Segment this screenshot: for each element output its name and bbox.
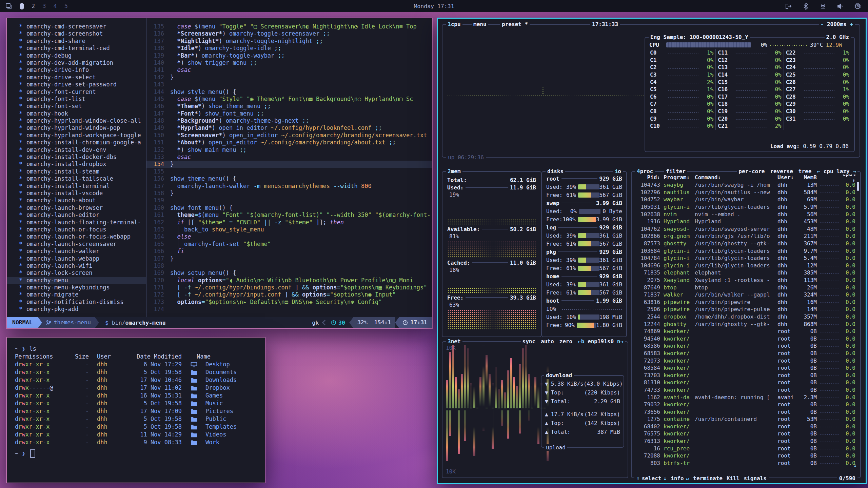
code-line[interactable]: 167} [146, 255, 432, 262]
menu-button[interactable]: menu [472, 21, 488, 27]
process-row[interactable]: 87649btopbtopdhh26M0.0 [632, 284, 860, 291]
process-row[interactable]: 2544dropbox/home/dhh/.dropbox-distdhh357… [632, 313, 860, 321]
file-list-item[interactable]: *omarchy-cmd-screenshot [7, 30, 146, 37]
code-line[interactable]: 144show_style_menu() { [146, 88, 432, 96]
process-row[interactable]: 1275containe/usr/bin/containerdroot53M0.… [632, 415, 860, 423]
file-list-item[interactable]: *omarchy-install-dev-env [7, 146, 146, 154]
process-row[interactable]: 68584kworker/root0B0.0 [632, 364, 860, 372]
process-row[interactable]: 71837walker/usr/bin/walker --gappldhh324… [632, 291, 860, 299]
code-line[interactable]: 163 back_to show_style_menu [146, 226, 432, 233]
process-row[interactable]: 105031glycin-i/usr/lib/glycin-loadersdhh… [632, 203, 860, 211]
file-list-item[interactable]: *omarchy-install-chromium-google-a [7, 139, 146, 146]
reverse-toggle[interactable]: reverse [770, 168, 793, 175]
file-list-item[interactable]: *omarchy-drive-select [7, 74, 146, 81]
process-row[interactable]: 72073kworker/root0B0.0 [632, 357, 860, 364]
file-list-item[interactable]: *omarchy-launch-webapp [7, 255, 146, 262]
code-line[interactable]: 146 *Theme*) show_theme_menu ;; [146, 103, 432, 110]
file-list-item[interactable]: *omarchy-font-set [7, 103, 146, 110]
process-row[interactable]: 2506pipewire/usr/bin/pipewire-pulsedhh14… [632, 306, 860, 313]
proc-scrollbar[interactable] [857, 182, 859, 191]
terminal-cursor[interactable] [30, 449, 35, 458]
process-row[interactable]: 68583kworker/root0B0.0 [632, 350, 860, 357]
process-row[interactable]: 73656kworker/root0B0.0 [632, 408, 860, 415]
file-list-item[interactable]: *omarchy-font-list [7, 96, 146, 103]
workspace-2[interactable]: 2 [32, 3, 35, 9]
workspace-5[interactable]: 5 [64, 3, 68, 9]
code-line[interactable]: 159 [146, 197, 432, 204]
process-row[interactable]: 68402kworker/root0B0.0 [632, 423, 860, 430]
process-row[interactable]: 72088kworker/root0B0.0 [632, 452, 860, 460]
branch-name[interactable]: themes-menu [54, 317, 91, 328]
tree-toggle[interactable]: tree [798, 168, 812, 175]
file-list-item[interactable]: *omarchy-launch-or-focus [7, 226, 146, 233]
code-line[interactable]: 157 omarchy-launch-walker -m menus:omarc… [146, 183, 432, 190]
process-row[interactable]: 76313kworker/root0B0.0 [632, 438, 860, 445]
file-list-item[interactable]: *omarchy-cmd-screensaver [7, 23, 146, 30]
process-row[interactable]: 73703kworker/root0B0.0 [632, 371, 860, 379]
code-line[interactable]: 173 options="$options\n▸ Defaults\n▤ DNS… [146, 299, 432, 306]
process-row[interactable]: 63816pipewire/usr/bin/pipewiredhh16M0.0 [632, 299, 860, 306]
code-line[interactable]: 166 fi [146, 248, 432, 255]
code-line[interactable]: 148 *Background*) omarchy-theme-bg-next … [146, 117, 432, 124]
preset-button[interactable]: preset * [500, 21, 530, 27]
code-line[interactable]: 151 *About*) open_in_editor ~/.config/om… [146, 139, 432, 146]
file-list-item[interactable]: *omarchy-menu-keybindings [7, 284, 146, 291]
file-list-item[interactable]: *omarchy-install-dropbox [7, 161, 146, 168]
code-line[interactable]: 165 omarchy-font-set "$theme" [146, 241, 432, 248]
file-list-item[interactable]: *omarchy-launch-walker [7, 248, 146, 255]
file-list-item[interactable]: *omarchy-font-current [7, 88, 146, 96]
file-list-item[interactable]: *omarchy-install-tailscale [7, 175, 146, 182]
net-sync-toggle[interactable]: sync [522, 338, 536, 345]
code-line[interactable]: 153 esac [146, 154, 432, 161]
code-line[interactable]: 141 esac [146, 66, 432, 74]
process-row[interactable]: 102796nautilus/usr/bin/nautilus --newdhh… [632, 189, 860, 196]
code-line[interactable]: 156show_theme_menu() { [146, 175, 432, 182]
file-list-item[interactable]: *omarchy-debug [7, 52, 146, 59]
file-list-item[interactable]: *omarchy-install-terminal [7, 183, 146, 190]
process-row[interactable]: 102866org.gnom/usr/bin/gjs /usr/lib/odhh… [632, 232, 860, 240]
mem-box-title[interactable]: 2mem [446, 168, 462, 175]
code-line[interactable]: 145 case $(menu "Style" "◉ Theme\nᴬ Font… [146, 96, 432, 103]
code-line[interactable]: 155 [146, 168, 432, 175]
net-box-title[interactable]: 3net [446, 338, 462, 345]
file-list-item[interactable]: *omarchy-launch-browser [7, 204, 146, 211]
process-row[interactable]: 104784glycin-i/usr/lib/glycin-loadersdhh… [632, 255, 860, 262]
file-list-item[interactable]: *omarchy-dev-add-migration [7, 59, 146, 66]
proc-box-title[interactable]: 4proc [635, 168, 655, 175]
code-line[interactable]: 158} [146, 190, 432, 197]
code-line[interactable]: 135 case $(menu "Toggle" "▢ Screensaver\… [146, 23, 432, 30]
process-row[interactable]: 74869kworker/root0B0.0 [632, 328, 860, 335]
file-list-item[interactable]: *omarchy-hyprland-window-pop [7, 124, 146, 131]
process-row[interactable]: 76575kworker/root0B0.0 [632, 430, 860, 438]
process-row[interactable]: 12244ghostty/usr/bin/ghostty --gtk-dhh86… [632, 320, 860, 328]
screencast-icon[interactable] [785, 3, 792, 10]
code-line[interactable]: 168 [146, 262, 432, 269]
code-line[interactable]: 149 *Hyprland*) open_in_editor ~/.config… [146, 124, 432, 131]
process-row[interactable]: 74733kworker/root0B0.0 [632, 386, 860, 394]
file-list-item[interactable]: *omarchy-install-vscode [7, 190, 146, 197]
workspace-4[interactable]: 4 [54, 3, 57, 9]
process-row[interactable]: 104752waybar/usr/bin/waybardhh69M0.0 [632, 196, 860, 203]
file-list-item[interactable]: *omarchy-launch-screensaver [7, 241, 146, 248]
chip-icon[interactable] [854, 3, 861, 10]
code-line[interactable]: 171 [ -f ~/.config/hypr/bindings.conf ] … [146, 284, 432, 291]
sort-selector[interactable]: ← cpu lazy → [817, 168, 856, 175]
file-list-item[interactable]: *omarchy-cmd-terminal-cwd [7, 45, 146, 52]
process-row[interactable]: 71835elephantelephantdhh385M0.0 [632, 269, 860, 277]
code-line[interactable]: 160show_font_menu() { [146, 204, 432, 211]
process-row[interactable]: 87573ghostty/usr/bin/ghostty --gtk-dhh36… [632, 240, 860, 247]
code-line[interactable]: 174 [146, 306, 432, 313]
process-row[interactable]: 81310kworker/root0B0.0 [632, 379, 860, 386]
process-row[interactable]: 103684glycin-i/usr/lib/glycin-loadersdhh… [632, 247, 860, 255]
select-action[interactable]: ↑select↓ [634, 475, 669, 482]
code-line[interactable]: 161 theme=$(menu "Font" "$(omarchy-font-… [146, 211, 432, 219]
file-list-item[interactable]: *omarchy-launch-editor [7, 211, 146, 219]
signals-action[interactable]: signals [742, 475, 768, 482]
net-auto-toggle[interactable]: auto [541, 338, 554, 345]
terminal-body[interactable]: ~❯ls PermissionsSizeUserDate ModifiedNam… [7, 338, 265, 458]
process-row[interactable]: 68586kworker/root0B0.0 [632, 342, 860, 350]
code-line[interactable]: 170 local options="◖ Audio\n◠ Wifi\nƀ Bl… [146, 277, 432, 284]
code-line[interactable]: 164 else [146, 233, 432, 240]
process-row[interactable]: 79032kworker/root0B0.0 [632, 401, 860, 408]
file-list-item[interactable]: *omarchy-pkg-add [7, 306, 146, 313]
